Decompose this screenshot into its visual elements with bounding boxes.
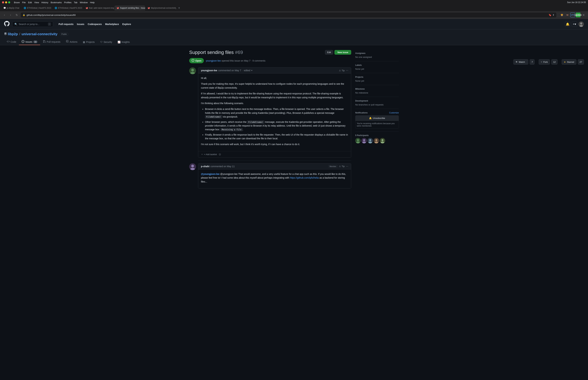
tabs-bar: 💬 js-libp2p Chat 🌐 ETHGlobal | HackFS 20… [0,5,588,11]
share-icon[interactable]: ⬆ [552,14,554,16]
code-icon [7,40,10,43]
main-content: Support sending files #69 Edit New issue… [185,45,403,195]
fork-count[interactable]: 12 [551,59,557,65]
projects-icon: ▦ [83,41,85,43]
address-bar[interactable]: 🔒 github.com/libp2p/universal-connectivi… [20,12,557,18]
os-time: Sun Jun 18 22:24:55 [567,1,586,3]
os-menu-help[interactable]: Help [90,1,95,4]
notifications-button[interactable]: 🔔 [565,21,570,27]
nav-marketplace[interactable]: Marketplace [104,22,120,27]
gh-nav: Pull requests Issues Codespaces Marketpl… [57,22,132,27]
comment-date-1: commented on May 7 [218,69,241,72]
comment-divider [198,160,351,161]
os-menu-file[interactable]: File [22,1,26,4]
fork-button[interactable]: ⑂ Fork [539,59,550,65]
os-menu-history[interactable]: History [41,1,48,4]
tab-feat-pr[interactable]: 🐙 feat: add naive request-response fo... [84,5,114,11]
issue-status-text: Open [195,59,201,62]
tab-security[interactable]: 🛡 Security [97,39,115,45]
os-menu-edit[interactable]: Edit [28,1,32,4]
comment-author-2[interactable]: p-shahi [201,165,209,168]
sidebar-assignees-section: Assignees No one assigned [355,49,399,61]
tab-pull-requests[interactable]: Pull requests [40,39,63,45]
tab-projects[interactable]: ▦ Projects [80,39,97,45]
participant-4[interactable] [374,138,379,143]
participant-2[interactable] [361,138,367,143]
watch-button[interactable]: 👁 Watch [513,59,528,65]
tab-universal-connectivity[interactable]: 🐙 libp2p/universal-connectivity [146,5,176,11]
vpn-btn[interactable]: VPN [570,13,575,17]
brave-rewards-btn[interactable]: 🦇 [565,13,570,17]
new-tab-button[interactable]: + [177,6,181,10]
issue-main: Support sending files #69 Edit New issue… [189,49,351,191]
new-issue-button[interactable]: New issue [335,50,351,55]
os-menu-view[interactable]: View [34,1,39,4]
tab-actions[interactable]: Actions [63,39,80,45]
mention-youngjoon[interactable]: @youngjoon-lee [201,173,219,175]
star-button[interactable]: ★ Starred [562,59,576,65]
eye-icon: 👁 [515,61,518,63]
global-search[interactable]: 🔍 Search or jump to... / [12,21,53,27]
tab-issues[interactable]: Issues 16 [19,39,40,45]
os-menu-window[interactable]: Window [80,1,88,4]
comment-author-1[interactable]: youngjoon-lee [201,69,217,72]
fork-label: Fork [543,61,548,63]
tip-label-2: Tip [342,165,345,168]
issue-author-link[interactable]: youngjoon-lee [206,59,221,62]
helia-link[interactable]: https://github.com/ipfs/helia [290,176,319,179]
minimize-light[interactable] [5,1,7,3]
reload-button[interactable]: ↻ [14,13,19,17]
edit-issue-button[interactable]: Edit [325,50,333,55]
nav-issues[interactable]: Issues [76,22,86,27]
nav-codespaces[interactable]: Codespaces [86,22,103,27]
close-light[interactable] [2,1,4,3]
user-avatar[interactable] [578,21,584,27]
nav-pull-requests[interactable]: Pull requests [57,22,75,27]
tab-code[interactable]: Code [4,39,19,45]
tab-ethglobal-2[interactable]: 🌐 ETHGlobal | HackFS 2023 [53,5,83,11]
more-options-button-1[interactable]: ··· [346,69,348,72]
assignees-title: Assignees [355,52,399,55]
repo-name[interactable]: universal-connectivity [21,32,57,36]
tab-insights[interactable]: 📈 Insights [115,39,132,45]
repo-separator: / [19,32,20,36]
tab-ethglobal-1[interactable]: 🌐 ETHGlobal | HackFS 2023 [22,5,52,11]
nav-explore[interactable]: Explore [121,22,132,27]
emoji-button-1[interactable]: ☺ [218,152,221,156]
os-menu-tab[interactable]: Tab [74,1,77,4]
tab-support-files[interactable]: 🐙 Support sending files - Issue #... ✕ [114,5,145,11]
svg-point-7 [191,165,194,167]
tab-projects-label: Projects [86,41,95,43]
update-btn[interactable]: Update [576,13,581,17]
os-menu-bookmarks[interactable]: Bookmarks [51,1,62,4]
watch-count[interactable]: 7 [530,59,534,65]
repo-owner[interactable]: libp2p [8,32,18,36]
comment-edited-chevron[interactable]: ▾ [251,69,252,72]
add-tasklist-button[interactable]: ＋ + Add tasklist [201,153,217,156]
brave-shield-btn[interactable]: 🦁 [559,13,564,17]
participant-5[interactable] [380,138,385,143]
tip-button-2[interactable]: ⚠ Tip [339,165,345,168]
os-menu-profiles[interactable]: Profiles [64,1,72,4]
github-logo[interactable] [4,21,10,27]
tip-button-1[interactable]: ⚠ Tip [339,69,345,72]
create-new-button[interactable]: +▾ [572,21,577,27]
bullet-3: Finally, Browser A sends a file response… [205,133,348,140]
participant-3[interactable] [367,138,373,143]
tab-js-libp2p-chat[interactable]: 💬 js-libp2p Chat [1,5,21,11]
more-options-button-2[interactable]: ··· [346,165,348,168]
bookmark-icon[interactable]: 🔖 [549,14,551,16]
gh-header: 🔍 Search or jump to... / Pull requests I… [0,19,588,29]
labels-title: Labels [355,64,399,66]
customize-notifications-link[interactable]: Customize [389,112,399,114]
forward-button[interactable]: › [8,13,13,17]
participant-1[interactable] [355,138,361,143]
unsubscribe-button[interactable]: 🔔 Unsubscribe [355,115,399,121]
watch-label: Watch [519,61,525,63]
tab-pulls-label: Pull requests [47,40,60,43]
more-actions-btn[interactable]: ≡ [581,13,586,17]
star-count[interactable]: 27 [578,59,584,65]
back-button[interactable]: ‹ [2,13,7,17]
zoom-light[interactable] [8,1,10,3]
tip-label-1: Tip [342,69,345,72]
